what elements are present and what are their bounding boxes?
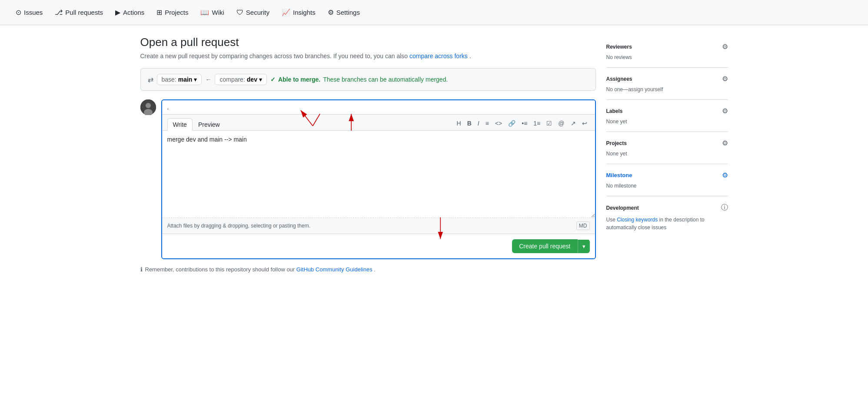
sidebar-section-milestone: Milestone ⚙ No milestone	[606, 164, 728, 196]
content-area: Open a pull request Create a new pull re…	[140, 36, 596, 273]
main-layout: Open a pull request Create a new pull re…	[130, 25, 738, 283]
compare-branch-select[interactable]: compare: dev ▾	[215, 74, 266, 85]
sidebar-section-assignees: Assignees ⚙ No one—assign yourself	[606, 68, 728, 100]
nav-item-settings[interactable]: ⚙ Settings	[323, 5, 365, 20]
branch-switcher-icon: ⇄	[148, 76, 153, 84]
insights-icon: 📈	[282, 8, 290, 16]
nav-item-issues[interactable]: ⊙ Issues	[10, 5, 48, 20]
projects-icon: ⊞	[156, 8, 162, 16]
reviewers-value: No reviews	[606, 54, 728, 60]
pr-title-input[interactable]	[162, 100, 595, 115]
pr-body-textarea[interactable]: merge dev and main --> main	[162, 131, 595, 218]
nav-item-actions[interactable]: ▶ Actions	[110, 5, 150, 20]
actions-icon: ▶	[115, 8, 120, 16]
pr-form-area: Write Preview H B I ≡ <> 🔗 •≡ 1≡ ☑	[140, 99, 596, 259]
merge-message: These branches can be automatically merg…	[323, 76, 448, 83]
toolbar-cross-reference[interactable]: ↗	[568, 118, 579, 129]
toolbar-mention[interactable]: @	[555, 118, 567, 129]
nav-label-issues: Issues	[24, 9, 43, 16]
projects-gear-icon[interactable]: ⚙	[722, 139, 728, 147]
reviewers-title: Reviewers	[606, 44, 632, 50]
top-nav: ⊙ Issues ⎇ Pull requests ▶ Actions ⊞ Pro…	[0, 0, 868, 25]
pr-editor-wrapper: Write Preview H B I ≡ <> 🔗 •≡ 1≡ ☑	[140, 99, 596, 273]
info-circle-icon: ℹ	[140, 266, 143, 273]
nav-label-actions: Actions	[123, 9, 144, 16]
toolbar-undo[interactable]: ↩	[579, 118, 590, 129]
toolbar-blockquote[interactable]: ≡	[483, 118, 492, 129]
page-title: Open a pull request	[140, 36, 596, 49]
nav-item-wiki[interactable]: 📖 Wiki	[195, 5, 229, 20]
base-chevron-icon: ▾	[194, 76, 197, 83]
sidebar: Reviewers ⚙ No reviews Assignees ⚙ No on…	[606, 36, 728, 273]
nav-item-security[interactable]: 🛡 Security	[231, 5, 275, 20]
attach-label: Attach files by dragging & dropping, sel…	[167, 223, 311, 229]
security-icon: 🛡	[236, 9, 243, 16]
milestone-value: No milestone	[606, 183, 728, 189]
projects-value: None yet	[606, 151, 728, 157]
toolbar-task-list[interactable]: ☑	[544, 118, 555, 129]
create-pr-dropdown-button[interactable]: ▾	[578, 240, 590, 253]
toolbar-link[interactable]: 🔗	[506, 118, 518, 129]
labels-value: None yet	[606, 119, 728, 125]
sidebar-section-reviewers: Reviewers ⚙ No reviews	[606, 36, 728, 68]
subtitle-end: .	[469, 53, 471, 59]
sidebar-section-labels: Labels ⚙ None yet	[606, 100, 728, 132]
write-tab[interactable]: Write	[167, 118, 193, 131]
nav-label-pull-requests: Pull requests	[65, 9, 103, 16]
arrow-left-icon: ←	[205, 76, 211, 83]
reviewers-gear-icon[interactable]: ⚙	[722, 43, 728, 51]
toolbar-italic[interactable]: I	[475, 118, 482, 129]
nav-item-projects[interactable]: ⊞ Projects	[151, 5, 193, 20]
base-branch-select[interactable]: base: main ▾	[157, 74, 202, 85]
compare-label: compare:	[219, 76, 245, 83]
footer-note-text: Remember, contributions to this reposito…	[145, 266, 376, 273]
create-pr-main-button[interactable]: Create pull request	[512, 239, 577, 253]
milestone-header: Milestone ⚙	[606, 171, 728, 179]
development-description: Use Closing keywords in the description …	[606, 216, 728, 231]
svg-point-6	[146, 103, 151, 108]
assignees-gear-icon[interactable]: ⚙	[722, 75, 728, 83]
nav-label-insights: Insights	[293, 9, 316, 16]
milestone-gear-icon[interactable]: ⚙	[722, 171, 728, 179]
toolbar-bold[interactable]: B	[465, 118, 474, 129]
compare-forks-link[interactable]: compare across forks	[409, 53, 468, 59]
preview-tab[interactable]: Preview	[193, 118, 226, 131]
pull-requests-icon: ⎇	[55, 8, 63, 16]
development-info-icon: ⓘ	[721, 203, 728, 212]
base-branch-name: main	[178, 76, 193, 83]
labels-title: Labels	[606, 108, 623, 114]
wiki-icon: 📖	[200, 8, 209, 16]
toolbar-unordered-list[interactable]: •≡	[519, 118, 530, 129]
toolbar-ordered-list[interactable]: 1≡	[531, 118, 543, 129]
base-label: base:	[162, 76, 176, 83]
closing-keywords-link[interactable]: Closing keywords	[617, 217, 658, 223]
sidebar-section-projects: Projects ⚙ None yet	[606, 132, 728, 164]
submit-area: Create pull request ▾	[162, 234, 595, 258]
editor-toolbar: H B I ≡ <> 🔗 •≡ 1≡ ☑ @ ↗ ↩	[454, 118, 590, 130]
nav-item-pull-requests[interactable]: ⎇ Pull requests	[50, 5, 108, 20]
nav-label-settings: Settings	[336, 9, 360, 16]
settings-icon: ⚙	[328, 8, 334, 16]
merge-check-icon: ✓	[270, 76, 276, 83]
toolbar-heading[interactable]: H	[454, 118, 464, 129]
nav-label-security: Security	[246, 9, 269, 16]
milestone-title: Milestone	[606, 172, 632, 178]
markdown-icon: MD	[576, 221, 590, 230]
reviewers-header: Reviewers ⚙	[606, 43, 728, 51]
nav-item-insights[interactable]: 📈 Insights	[276, 5, 321, 20]
assignees-value: No one—assign yourself	[606, 86, 728, 92]
page-subtitle: Create a new pull request by comparing c…	[140, 53, 596, 59]
toolbar-code[interactable]: <>	[492, 118, 505, 129]
development-title: Development	[606, 205, 639, 211]
issues-icon: ⊙	[16, 8, 21, 16]
community-guidelines-link[interactable]: GitHub Community Guidelines	[296, 266, 372, 273]
merge-able-text: Able to merge.	[278, 76, 320, 83]
compare-branch-name: dev	[247, 76, 257, 83]
labels-gear-icon[interactable]: ⚙	[722, 107, 728, 115]
development-text-prefix: Use	[606, 217, 615, 223]
projects-header: Projects ⚙	[606, 139, 728, 147]
assignees-title: Assignees	[606, 76, 632, 82]
subtitle-text: Create a new pull request by comparing c…	[140, 53, 408, 59]
nav-label-wiki: Wiki	[212, 9, 224, 16]
sidebar-section-development: Development ⓘ Use Closing keywords in th…	[606, 196, 728, 238]
